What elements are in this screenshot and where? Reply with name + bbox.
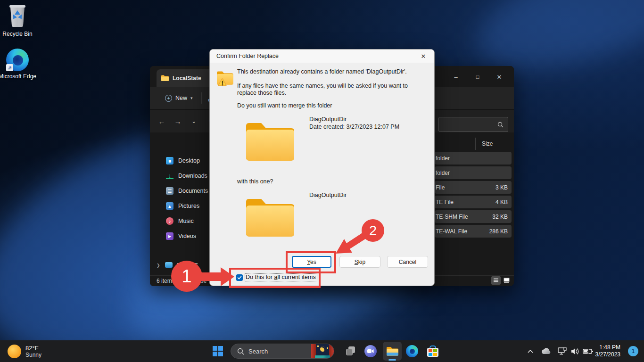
checkmark-icon (237, 275, 242, 280)
task-view-button[interactable] (343, 344, 358, 359)
battery-button[interactable] (581, 344, 595, 359)
column-header-size[interactable]: Size (482, 140, 493, 147)
desktop-icon: ■ (166, 157, 173, 165)
search-icon (237, 348, 244, 355)
network-icon (558, 347, 567, 355)
file-type: File (435, 184, 445, 191)
file-type: folder (435, 170, 450, 176)
chat-button[interactable] (363, 344, 378, 359)
yes-button[interactable]: Yes (292, 256, 331, 268)
forward-icon[interactable]: → (173, 117, 183, 125)
file-row[interactable]: TE-SHM File 32 KB (435, 210, 512, 223)
file-row[interactable]: folder (435, 152, 512, 165)
chat-icon (364, 345, 377, 357)
file-type: folder (435, 155, 450, 162)
window-controls: – □ ✕ (445, 70, 510, 84)
sidebar-item-label: This PC (177, 262, 198, 269)
taskbar-search[interactable]: Search (231, 344, 334, 359)
file-size: 32 KB (492, 214, 508, 220)
search-icon (497, 122, 504, 128)
sidebar-item-this-pc[interactable]: ❯ This PC (157, 260, 218, 271)
new-button-label: New (175, 95, 187, 101)
sidebar-item-label: Documents (178, 188, 208, 194)
dialog-message-line2: If any files have the same names, you wi… (237, 82, 424, 97)
edge-icon: ↗ (6, 49, 29, 71)
dialog-close-button[interactable]: ✕ (415, 50, 431, 62)
clock-time: 1:48 PM (595, 344, 620, 351)
expand-chevron-icon: ❯ (157, 263, 160, 268)
music-icon: ♪ (166, 217, 173, 225)
speaker-icon (571, 348, 579, 355)
cloud-icon (541, 348, 551, 354)
store-icon (427, 346, 438, 357)
onedrive-button[interactable] (539, 344, 553, 359)
search-placeholder-text: Search (248, 348, 311, 355)
selection-status-fragment: ns se (193, 278, 207, 284)
tray-chevron-button[interactable] (524, 344, 537, 359)
dialog-message-line3: Do you still want to merge this folder (237, 102, 424, 109)
search-highlight-image (311, 344, 334, 359)
file-row[interactable]: TE-WAL File 286 KB (435, 225, 512, 238)
do-this-for-all-label[interactable]: Do this for all current items (245, 274, 317, 281)
target-folder-icon (245, 194, 296, 243)
file-size: 3 KB (495, 184, 508, 191)
file-row[interactable]: folder (435, 166, 512, 179)
file-explorer-taskbar-button[interactable] (383, 342, 402, 361)
weather-widget[interactable]: 82°F Sunny (3, 342, 74, 360)
file-row[interactable]: TE File 4 KB (435, 196, 512, 208)
desktop-icon-microsoft-edge[interactable]: ↗ Microsoft Edge (0, 49, 37, 80)
explorer-search-box[interactable] (438, 117, 508, 132)
close-button[interactable]: ✕ (488, 70, 510, 84)
explorer-tab-localstate[interactable]: LocalState (157, 69, 214, 87)
skip-access-key: S (355, 259, 358, 265)
clock-date: 3/27/2023 (595, 351, 620, 358)
clock[interactable]: 1:48 PM 3/27/2023 (595, 344, 620, 358)
checkbox-label-rest: ll current items (277, 274, 315, 280)
back-icon[interactable]: ← (157, 117, 167, 125)
documents-icon: ☰ (166, 187, 173, 195)
do-this-for-all-checkbox[interactable] (236, 274, 243, 281)
pictures-icon: ▲ (166, 202, 173, 210)
folder-warning-icon (216, 69, 234, 90)
file-size: 286 KB (489, 228, 508, 235)
recent-locations-chevron-icon[interactable]: ⌄ (189, 118, 199, 124)
weather-temp: 82°F (25, 345, 41, 352)
network-button[interactable] (555, 344, 569, 359)
yes-label-rest: es (310, 259, 316, 265)
chevron-down-icon: ▾ (190, 96, 193, 100)
sidebar-item-label: Videos (178, 233, 196, 239)
minimize-button[interactable]: – (445, 70, 467, 84)
start-button[interactable] (210, 344, 225, 359)
desktop-icon-recycle-bin[interactable]: Recycle Bin (0, 4, 37, 37)
battery-icon (583, 348, 593, 354)
notification-badge[interactable]: 1 (628, 346, 638, 356)
details-view-button[interactable] (491, 276, 501, 285)
new-button[interactable]: + New ▾ (161, 92, 197, 105)
edge-icon (406, 345, 418, 357)
desktop: Recycle Bin ↗ Microsoft Edge LocalState … (0, 0, 644, 362)
sidebar-item-label: Downloads (178, 173, 207, 179)
status-divider: | (182, 278, 183, 284)
target-folder-name: DiagOutputDir (309, 192, 347, 198)
skip-button[interactable]: Skip (339, 256, 380, 268)
sun-icon (8, 345, 21, 358)
view-toggles (491, 276, 511, 285)
file-explorer-icon (386, 346, 398, 356)
shortcut-arrow-overlay: ↗ (6, 64, 13, 71)
file-type: TE-WAL File (435, 228, 467, 235)
edge-taskbar-button[interactable] (405, 344, 420, 359)
task-view-icon (346, 346, 355, 356)
weather-condition: Sunny (25, 352, 41, 358)
store-taskbar-button[interactable] (425, 344, 440, 359)
file-row[interactable]: File 3 KB (435, 181, 512, 194)
cancel-button[interactable]: Cancel (387, 256, 428, 268)
item-count: 6 items (157, 278, 175, 284)
tab-label: LocalState (173, 75, 201, 82)
maximize-button[interactable]: □ (467, 70, 488, 84)
dialog-message-line1: This destination already contains a fold… (237, 68, 424, 75)
checkbox-label-pre: Do this for (246, 274, 274, 280)
source-folder-date: Date created: 3/27/2023 12:07 PM (309, 123, 399, 130)
large-icons-view-button[interactable] (502, 276, 511, 285)
volume-button[interactable] (569, 344, 582, 359)
dialog-title: Confirm Folder Replace (216, 53, 279, 59)
